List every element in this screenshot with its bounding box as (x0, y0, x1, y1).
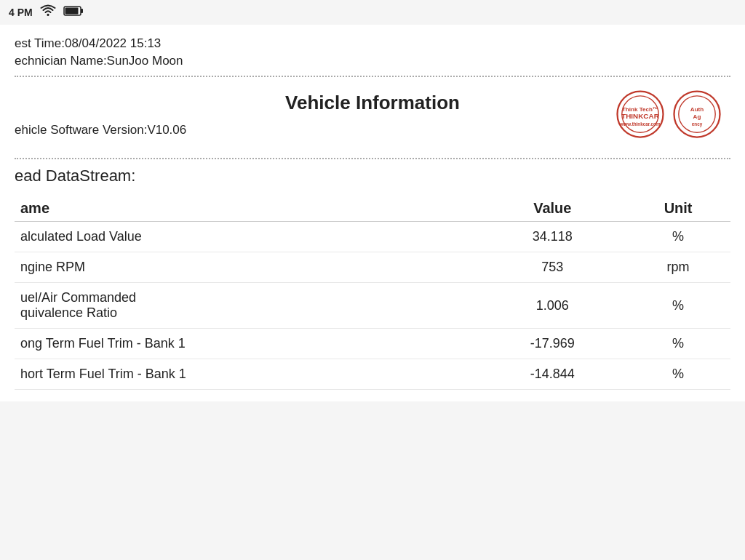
svg-rect-3 (65, 8, 78, 15)
datastream-title: ead DataStream: (15, 167, 730, 185)
cell-unit: rpm (626, 252, 730, 283)
thinkcar-stamps: Think Tech™ THINKCAR www.thinkcar.com Au… (614, 88, 723, 140)
page-content: est Time:08/04/2022 15:13 echnician Name… (0, 25, 745, 401)
datastream-section: ead DataStream: ame Value Unit alculated… (15, 167, 730, 390)
cell-name: hort Term Fuel Trim - Bank 1 (15, 359, 479, 390)
cell-value: 1.006 (479, 283, 626, 329)
col-header-name: ame (15, 196, 479, 222)
vehicle-info-section: Vehicle Information ehicle Software Vers… (15, 84, 730, 151)
svg-text:Ag: Ag (693, 113, 701, 120)
table-row: alculated Load Value34.118% (15, 222, 730, 252)
svg-text:THINKCAR: THINKCAR (621, 112, 659, 120)
divider-1 (15, 76, 730, 77)
cell-value: 753 (479, 252, 626, 283)
cell-value: -14.844 (479, 359, 626, 390)
cell-value: 34.118 (479, 222, 626, 252)
data-table: ame Value Unit alculated Load Value34.11… (15, 196, 730, 390)
battery-icon (63, 5, 84, 20)
table-row: ong Term Fuel Trim - Bank 1-17.969% (15, 329, 730, 359)
table-row: ngine RPM753rpm (15, 252, 730, 283)
status-time: 4 PM (9, 7, 33, 18)
test-time-line: est Time:08/04/2022 15:13 echnician Name… (15, 36, 730, 68)
svg-rect-2 (81, 9, 83, 13)
cell-value: -17.969 (479, 329, 626, 359)
status-bar: 4 PM (0, 0, 745, 25)
technician-name: echnician Name:SunJoo Moon (15, 54, 730, 68)
cell-unit: % (626, 329, 730, 359)
svg-text:www.thinkcar.com: www.thinkcar.com (619, 121, 660, 127)
cell-unit: % (626, 359, 730, 390)
cell-name: uel/Air Commandedquivalence Ratio (15, 283, 479, 329)
wifi-icon (40, 4, 56, 20)
thinkcar-stamp-2: Auth Ag ency (671, 88, 723, 140)
cell-name: ong Term Fuel Trim - Bank 1 (15, 329, 479, 359)
svg-point-0 (47, 14, 49, 16)
cell-unit: % (626, 283, 730, 329)
table-header-row: ame Value Unit (15, 196, 730, 222)
svg-text:Auth: Auth (690, 106, 704, 113)
divider-2 (15, 158, 730, 159)
cell-unit: % (626, 222, 730, 252)
svg-text:ency: ency (692, 121, 703, 127)
table-row: uel/Air Commandedquivalence Ratio1.006% (15, 283, 730, 329)
table-row: hort Term Fuel Trim - Bank 1-14.844% (15, 359, 730, 390)
col-header-value: Value (479, 196, 626, 222)
thinkcar-stamp-1: Think Tech™ THINKCAR www.thinkcar.com (614, 88, 666, 140)
col-header-unit: Unit (626, 196, 730, 222)
cell-name: ngine RPM (15, 252, 479, 283)
cell-name: alculated Load Value (15, 222, 479, 252)
test-time: est Time:08/04/2022 15:13 (15, 36, 730, 51)
